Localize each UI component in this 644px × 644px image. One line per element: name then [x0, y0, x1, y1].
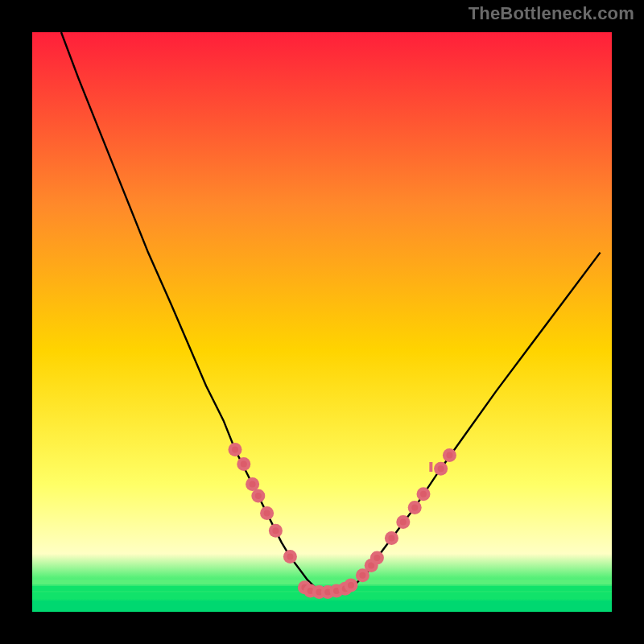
data-marker-center: [388, 535, 394, 542]
data-marker-center: [446, 452, 452, 459]
watermark-text: TheBottleneck.com: [469, 3, 634, 24]
data-marker-center: [287, 554, 293, 560]
data-marker-center: [241, 460, 247, 467]
data-marker-center: [264, 510, 270, 517]
chart-frame: TheBottleneck.com: [0, 0, 644, 644]
data-marker-center: [255, 493, 262, 499]
data-marker-center: [250, 481, 256, 488]
data-marker-center: [400, 518, 407, 525]
stray-tick-marker: [429, 462, 432, 472]
data-marker-center: [348, 582, 354, 588]
plot-area: [32, 32, 612, 612]
data-marker-center: [438, 465, 444, 472]
data-marker-center: [374, 555, 380, 561]
green-band: [32, 601, 612, 612]
off-curve-marker: [429, 462, 432, 472]
gradient-background: [32, 32, 612, 612]
data-marker-center: [420, 491, 427, 497]
data-marker-center: [232, 446, 238, 452]
data-marker-center: [411, 504, 418, 510]
green-band: [32, 580, 612, 584]
bottleneck-chart: [32, 32, 612, 612]
data-marker-center: [359, 572, 365, 579]
data-marker-center: [272, 527, 279, 534]
